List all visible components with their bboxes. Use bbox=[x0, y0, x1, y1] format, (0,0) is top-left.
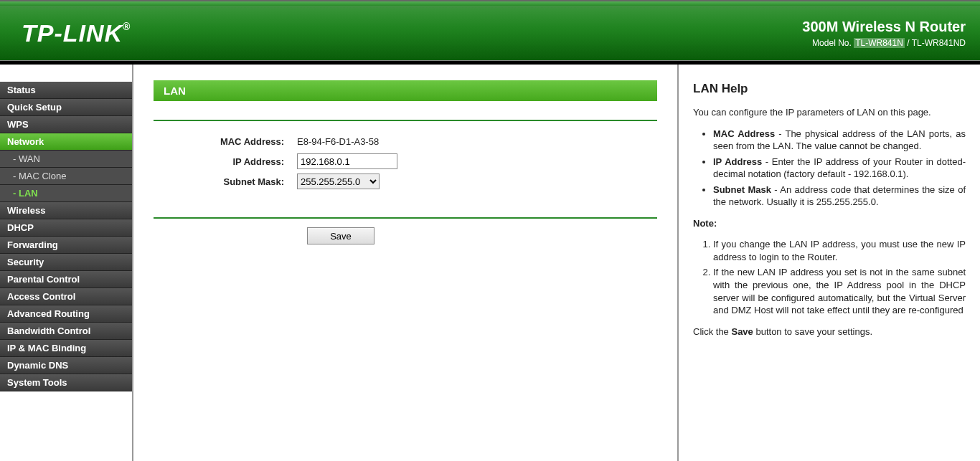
sidebar-item-advanced-routing[interactable]: Advanced Routing bbox=[0, 305, 132, 323]
model-highlight: TL-WR841N bbox=[854, 38, 905, 48]
row-mac: MAC Address: E8-94-F6-D1-A3-58 bbox=[154, 131, 657, 151]
subnet-mask-select[interactable]: 255.255.255.0 bbox=[297, 174, 380, 189]
sidebar-item-access-control[interactable]: Access Control bbox=[0, 288, 132, 305]
help-panel: LAN Help You can configure the IP parame… bbox=[679, 65, 980, 461]
main-content: LAN MAC Address: E8-94-F6-D1-A3-58 IP Ad… bbox=[133, 65, 679, 461]
help-field-list: MAC Address - The physical address of th… bbox=[693, 128, 966, 209]
sidebar-item-mac-clone[interactable]: - MAC Clone bbox=[0, 168, 132, 185]
sidebar-item-security[interactable]: Security bbox=[0, 254, 132, 271]
sidebar-item-network[interactable]: Network bbox=[0, 133, 132, 151]
header-banner: TP-LINK® 300M Wireless N Router Model No… bbox=[0, 0, 980, 65]
help-mask-key: Subnet Mask bbox=[713, 184, 771, 195]
help-note-2: If the new LAN IP address you set is not… bbox=[713, 266, 966, 316]
help-item-mac: MAC Address - The physical address of th… bbox=[713, 128, 966, 153]
sidebar-item-wps[interactable]: WPS bbox=[0, 116, 132, 133]
help-save-bold: Save bbox=[731, 326, 753, 337]
sidebar-item-system-tools[interactable]: System Tools bbox=[0, 374, 132, 391]
sidebar-item-quick-setup[interactable]: Quick Setup bbox=[0, 99, 132, 116]
ip-address-input[interactable] bbox=[297, 153, 397, 169]
row-ip: IP Address: bbox=[154, 151, 657, 171]
lan-form: MAC Address: E8-94-F6-D1-A3-58 IP Addres… bbox=[154, 121, 657, 199]
help-item-mask: Subnet Mask - An address code that deter… bbox=[713, 184, 966, 209]
note-bold: Note: bbox=[693, 218, 717, 229]
help-save-post: button to save your settings. bbox=[753, 326, 872, 337]
header-product-info: 300M Wireless N Router Model No. TL-WR84… bbox=[802, 19, 966, 48]
header-bottom-border bbox=[0, 60, 980, 65]
row-mask: Subnet Mask: 255.255.255.0 bbox=[154, 171, 657, 191]
model-number: Model No. TL-WR841N / TL-WR841ND bbox=[802, 38, 966, 48]
mac-address-value: E8-94-F6-D1-A3-58 bbox=[297, 136, 379, 147]
model-label: Model No. bbox=[812, 38, 852, 48]
sidebar-item-lan[interactable]: - LAN bbox=[0, 185, 132, 202]
product-name: 300M Wireless N Router bbox=[802, 19, 966, 35]
help-note-1: If you change the LAN IP address, you mu… bbox=[713, 238, 966, 263]
sidebar-item-wan[interactable]: - WAN bbox=[0, 151, 132, 168]
help-note-list: If you change the LAN IP address, you mu… bbox=[693, 238, 966, 316]
save-button[interactable]: Save bbox=[307, 227, 374, 244]
sidebar-item-forwarding[interactable]: Forwarding bbox=[0, 237, 132, 254]
sidebar-item-parental-control[interactable]: Parental Control bbox=[0, 271, 132, 288]
sidebar-nav: Status Quick Setup WPS Network - WAN - M… bbox=[0, 65, 133, 461]
sidebar-item-bandwidth-control[interactable]: Bandwidth Control bbox=[0, 323, 132, 340]
help-save-pre: Click the bbox=[693, 326, 731, 337]
header-top-stripe bbox=[0, 1, 980, 6]
registered-mark: ® bbox=[123, 21, 131, 32]
help-intro: You can configure the IP parameters of L… bbox=[693, 106, 966, 119]
divider-bottom bbox=[154, 217, 657, 219]
content-wrapper: Status Quick Setup WPS Network - WAN - M… bbox=[0, 65, 980, 461]
ip-address-label: IP Address: bbox=[154, 156, 297, 167]
logo-text: TP-LINK bbox=[22, 19, 123, 47]
sidebar-item-dhcp[interactable]: DHCP bbox=[0, 219, 132, 237]
help-note-label: Note: bbox=[693, 217, 966, 230]
sidebar-item-wireless[interactable]: Wireless bbox=[0, 202, 132, 219]
sidebar-item-ip-mac-binding[interactable]: IP & MAC Binding bbox=[0, 340, 132, 357]
mac-address-label: MAC Address: bbox=[154, 136, 297, 147]
model-sep: / bbox=[905, 38, 912, 48]
model-rest: TL-WR841ND bbox=[912, 38, 966, 48]
help-title: LAN Help bbox=[693, 82, 966, 96]
sidebar-item-status[interactable]: Status bbox=[0, 82, 132, 99]
sidebar-item-dynamic-dns[interactable]: Dynamic DNS bbox=[0, 357, 132, 374]
page-title: LAN bbox=[154, 80, 657, 101]
help-item-ip: IP Address - Enter the IP address of you… bbox=[713, 156, 966, 181]
help-ip-key: IP Address bbox=[713, 156, 762, 167]
brand-logo: TP-LINK® bbox=[22, 19, 131, 47]
button-bar: Save bbox=[154, 227, 657, 244]
help-mac-key: MAC Address bbox=[713, 128, 775, 139]
subnet-mask-label: Subnet Mask: bbox=[154, 176, 297, 187]
help-save-line: Click the Save button to save your setti… bbox=[693, 325, 966, 338]
